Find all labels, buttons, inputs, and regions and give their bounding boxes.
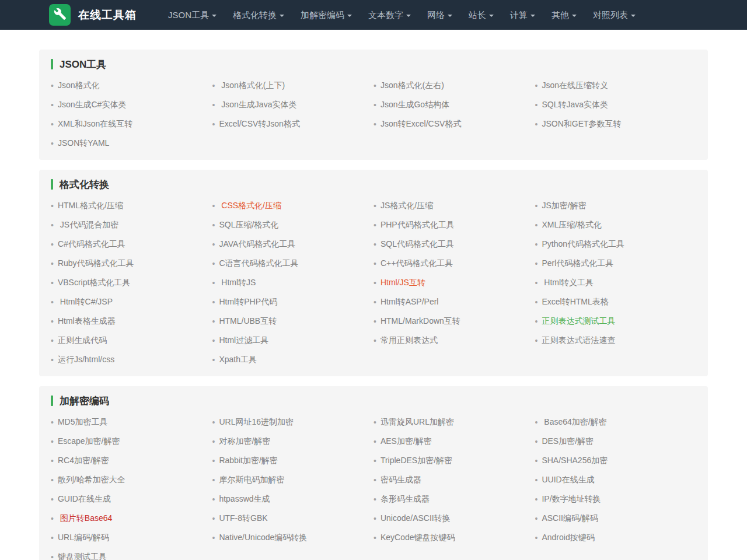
chevron-down-icon — [406, 15, 411, 17]
tool-link[interactable]: •Android按键码 — [535, 528, 697, 547]
tool-link[interactable]: •Json在线压缩转义 — [535, 76, 697, 95]
tool-link-label: Perl代码格式化工具 — [542, 258, 613, 269]
tool-link[interactable]: •Unicode/ASCII转换 — [374, 509, 535, 528]
tool-link[interactable]: •XML和Json在线互转 — [51, 114, 212, 134]
tool-link-label: Html表格生成器 — [58, 316, 116, 327]
nav-item-4[interactable]: 文本数字 — [360, 0, 419, 30]
nav-item-1[interactable]: JSON工具 — [160, 0, 225, 30]
tool-link[interactable]: • Base64加密/解密 — [535, 412, 697, 432]
tool-link[interactable]: •MD5加密工具 — [51, 412, 212, 432]
nav-item-9[interactable]: 对照列表 — [585, 0, 644, 30]
tool-link[interactable]: •正则生成代码 — [51, 331, 212, 350]
nav-item-6[interactable]: 站长 — [460, 0, 502, 30]
tool-link[interactable]: •GUID在线生成 — [51, 489, 212, 509]
bullet-icon: • — [51, 298, 54, 307]
tool-link[interactable]: •htpasswd生成 — [212, 489, 374, 509]
tool-link[interactable]: •SHA/SHA256加密 — [535, 451, 697, 470]
tool-link[interactable]: • Json生成Java实体类 — [212, 95, 374, 114]
tool-link[interactable]: •XML压缩/格式化 — [535, 215, 697, 235]
tool-link[interactable]: •Json格式化(左右) — [374, 76, 535, 95]
tool-link[interactable]: •C#代码格式化工具 — [51, 235, 212, 254]
tool-link[interactable]: •常用正则表达式 — [374, 331, 535, 350]
tool-link[interactable]: •JAVA代码格式化工具 — [212, 235, 374, 254]
tool-link[interactable]: •Html转PHP代码 — [212, 292, 374, 312]
tool-link[interactable]: •Excel/CSV转Json格式 — [212, 114, 374, 134]
tool-link[interactable]: •HTML格式化/压缩 — [51, 196, 212, 215]
tool-link[interactable]: •Html/JS互转 — [374, 273, 535, 292]
tool-link[interactable]: •URL网址16进制加密 — [212, 412, 374, 432]
tool-link[interactable]: •AES加密/解密 — [374, 432, 535, 451]
tool-link[interactable]: •条形码生成器 — [374, 489, 535, 509]
tool-link[interactable]: •运行Js/html/css — [51, 350, 212, 369]
tool-link[interactable]: • Html转C#/JSP — [51, 292, 212, 312]
tool-link[interactable]: •PHP代码格式化工具 — [374, 215, 535, 235]
tool-link[interactable]: •UUID在线生成 — [535, 470, 697, 489]
tool-link[interactable]: •Perl代码格式化工具 — [535, 254, 697, 273]
tool-link[interactable]: •TripleDES加密/解密 — [374, 451, 535, 470]
tool-link[interactable]: •摩尔斯电码加解密 — [212, 470, 374, 489]
tool-link[interactable]: • Html转义工具 — [535, 273, 697, 292]
tool-link[interactable]: • JS代码混合加密 — [51, 215, 212, 235]
tool-link[interactable]: •Json生成C#实体类 — [51, 95, 212, 114]
tool-link[interactable]: •Xpath工具 — [212, 350, 374, 369]
tool-link[interactable]: •迅雷旋风URL加解密 — [374, 412, 535, 432]
tool-link[interactable]: •Ruby代码格式化工具 — [51, 254, 212, 273]
tool-link[interactable]: •正则表达式语法速查 — [535, 331, 697, 350]
tool-link[interactable]: •Json转Excel/CSV格式 — [374, 114, 535, 134]
tool-link[interactable]: •散列/哈希加密大全 — [51, 470, 212, 489]
tool-link[interactable]: •正则表达式测试工具 — [535, 312, 697, 331]
tool-link[interactable]: •URL编码/解码 — [51, 528, 212, 547]
tool-link[interactable]: •HTML/UBB互转 — [212, 312, 374, 331]
tool-link[interactable]: •Excel转HTML表格 — [535, 292, 697, 312]
tool-link[interactable]: •键盘测试工具 — [51, 547, 212, 560]
brand-logo[interactable] — [49, 4, 71, 26]
tool-link-label: PHP代码格式化工具 — [381, 220, 455, 230]
nav-item-8[interactable]: 其他 — [543, 0, 585, 30]
bullet-icon: • — [374, 317, 376, 326]
tool-link-label: Ruby代码格式化工具 — [58, 258, 134, 269]
bullet-icon: • — [374, 220, 376, 230]
tool-link[interactable]: •SQL代码格式化工具 — [374, 235, 535, 254]
tool-link-label: 运行Js/html/css — [58, 355, 114, 365]
tool-link[interactable]: •JSON和GET参数互转 — [535, 114, 697, 134]
tool-link[interactable]: •Html表格生成器 — [51, 312, 212, 331]
bullet-icon: • — [535, 201, 538, 211]
tool-link[interactable]: •JS格式化/压缩 — [374, 196, 535, 215]
tool-link[interactable]: •Python代码格式化工具 — [535, 235, 697, 254]
tool-link[interactable]: •RC4加密/解密 — [51, 451, 212, 470]
tool-link[interactable]: •HTML/MarkDown互转 — [374, 312, 535, 331]
nav-item-3[interactable]: 加解密编码 — [292, 0, 360, 30]
tool-link-label: 常用正则表达式 — [381, 335, 438, 346]
tool-link[interactable]: •VBScript格式化工具 — [51, 273, 212, 292]
tool-link[interactable]: •KeyCode键盘按键码 — [374, 528, 535, 547]
tool-link-label: Html转PHP代码 — [219, 297, 277, 307]
tool-link[interactable]: •JSON转YAML — [51, 134, 212, 153]
nav-item-2[interactable]: 格式化转换 — [225, 0, 292, 30]
tool-link[interactable]: •IP/数字地址转换 — [535, 489, 697, 509]
tool-link[interactable]: •密码生成器 — [374, 470, 535, 489]
tool-link[interactable]: •对称加密/解密 — [212, 432, 374, 451]
tool-link[interactable]: •ASCII编码/解码 — [535, 509, 697, 528]
tool-link[interactable]: •C语言代码格式化工具 — [212, 254, 374, 273]
tool-link[interactable]: • CSS格式化/压缩 — [212, 196, 374, 215]
tool-link[interactable]: •Html转ASP/Perl — [374, 292, 535, 312]
tool-link[interactable]: •Escape加密/解密 — [51, 432, 212, 451]
nav-item-5[interactable]: 网络 — [419, 0, 460, 30]
tool-link[interactable]: •SQL压缩/格式化 — [212, 215, 374, 235]
tool-link[interactable]: •SQL转Java实体类 — [535, 95, 697, 114]
bullet-icon: • — [374, 456, 376, 466]
nav-item-7[interactable]: 计算 — [502, 0, 543, 30]
tool-link[interactable]: •UTF-8转GBK — [212, 509, 374, 528]
nav-item-label: 对照列表 — [593, 10, 628, 20]
tool-link[interactable]: •Html过滤工具 — [212, 331, 374, 350]
tool-link[interactable]: •Rabbit加密/解密 — [212, 451, 374, 470]
tool-link[interactable]: • Json格式化(上下) — [212, 76, 374, 95]
tool-link[interactable]: •JS加密/解密 — [535, 196, 697, 215]
tool-link[interactable]: •DES加密/解密 — [535, 432, 697, 451]
tool-link[interactable]: •C++代码格式化工具 — [374, 254, 535, 273]
tool-link[interactable]: • 图片转Base64 — [51, 509, 212, 528]
tool-link[interactable]: •Native/Unicode编码转换 — [212, 528, 374, 547]
tool-link[interactable]: •Json格式化 — [51, 76, 212, 95]
tool-link[interactable]: •Json生成Go结构体 — [374, 95, 535, 114]
tool-link[interactable]: • Html转JS — [212, 273, 374, 292]
